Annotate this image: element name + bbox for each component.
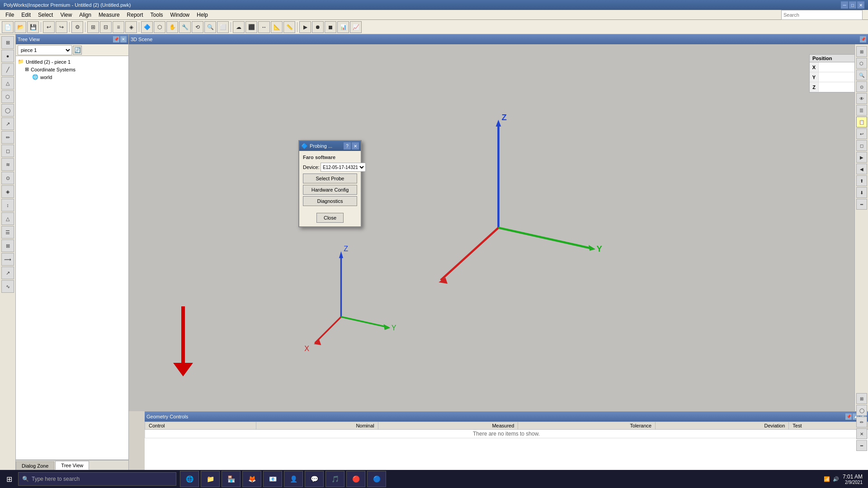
tree-pin-button[interactable]: 📌 bbox=[113, 36, 119, 42]
tool10[interactable]: 🔍 bbox=[204, 21, 216, 33]
menu-file[interactable]: File bbox=[2, 11, 18, 19]
geom-right-icon-2[interactable]: ◯ bbox=[856, 405, 867, 416]
tool4[interactable]: ◈ bbox=[125, 21, 137, 33]
scene-pin-button[interactable]: 📌 bbox=[860, 36, 866, 42]
dialog-help-button[interactable]: ? bbox=[344, 142, 351, 150]
sidebar-icon-12[interactable]: ◈ bbox=[1, 185, 14, 198]
tool9[interactable]: ⟲ bbox=[192, 21, 203, 33]
search-input[interactable] bbox=[781, 10, 863, 20]
tool8[interactable]: 🔧 bbox=[179, 21, 191, 33]
tool16[interactable]: 📏 bbox=[283, 21, 295, 33]
taskbar-clock[interactable]: 7:01 AM 2/9/2021 bbox=[843, 474, 863, 485]
piece-dropdown[interactable]: piece 1 bbox=[18, 45, 72, 55]
sidebar-icon-6[interactable]: ◯ bbox=[1, 104, 14, 117]
taskbar-search[interactable]: 🔍 Type here to search bbox=[18, 472, 176, 486]
tree-close-button[interactable]: ✕ bbox=[120, 36, 127, 42]
taskbar-app-explorer[interactable]: 📁 bbox=[201, 471, 220, 487]
taskbar-app-music[interactable]: 🎵 bbox=[326, 471, 344, 487]
tool11[interactable]: ⬜ bbox=[217, 21, 229, 33]
right-icon-14[interactable]: ━ bbox=[856, 199, 867, 210]
sidebar-icon-14[interactable]: △ bbox=[1, 212, 14, 225]
tool14[interactable]: ↔ bbox=[258, 21, 270, 33]
taskbar-app-store[interactable]: 🏪 bbox=[222, 471, 241, 487]
geom-right-icon-5[interactable]: ━ bbox=[856, 440, 867, 451]
sidebar-icon-11[interactable]: ⊙ bbox=[1, 172, 14, 184]
sidebar-icon-10[interactable]: ≋ bbox=[1, 158, 14, 171]
dialog-device-select[interactable]: E12-05-17-14321 bbox=[321, 163, 366, 172]
minimize-button[interactable]: ─ bbox=[841, 1, 848, 9]
menu-help[interactable]: Help bbox=[193, 11, 212, 19]
tool7[interactable]: ✋ bbox=[166, 21, 178, 33]
sidebar-icon-1[interactable]: ⊞ bbox=[1, 36, 14, 49]
tool5[interactable]: 🔷 bbox=[141, 21, 153, 33]
tool17[interactable]: ▶ bbox=[299, 21, 311, 33]
tab-dialog-zone[interactable]: Dialog Zone bbox=[16, 461, 54, 470]
taskbar-app-blue[interactable]: 🔵 bbox=[367, 471, 386, 487]
new-button[interactable]: 📄 bbox=[2, 21, 14, 33]
right-icon-12[interactable]: ⬆ bbox=[856, 175, 867, 186]
tool1[interactable]: ⊞ bbox=[87, 21, 99, 33]
tool18[interactable]: ⏺ bbox=[312, 21, 324, 33]
tool6[interactable]: ⬡ bbox=[154, 21, 165, 33]
menu-edit[interactable]: Edit bbox=[18, 11, 34, 19]
right-icon-8[interactable]: ↩ bbox=[856, 128, 867, 139]
settings-button[interactable]: ⚙ bbox=[71, 21, 83, 33]
redo-button[interactable]: ↪ bbox=[56, 21, 67, 33]
diagnostics-button[interactable]: Diagnostics bbox=[303, 196, 357, 206]
sidebar-icon-17[interactable]: ⟿ bbox=[1, 253, 14, 266]
menu-measure[interactable]: Measure bbox=[95, 11, 123, 19]
tool12[interactable]: ☁ bbox=[233, 21, 245, 33]
geom-right-icon-3[interactable]: ✏ bbox=[856, 417, 867, 427]
undo-button[interactable]: ↩ bbox=[43, 21, 55, 33]
taskbar-app-firefox[interactable]: 🦊 bbox=[242, 471, 261, 487]
right-icon-4[interactable]: ⊙ bbox=[856, 81, 867, 92]
right-icon-9[interactable]: ◻ bbox=[856, 140, 867, 151]
menu-align[interactable]: Align bbox=[75, 11, 95, 19]
taskbar-app-red[interactable]: 🔴 bbox=[346, 471, 365, 487]
tool3[interactable]: ≡ bbox=[113, 21, 124, 33]
select-probe-button[interactable]: Select Probe bbox=[303, 174, 357, 183]
right-icon-10[interactable]: ▶ bbox=[856, 152, 867, 163]
open-button[interactable]: 📂 bbox=[14, 21, 26, 33]
tool19[interactable]: ◼ bbox=[325, 21, 336, 33]
network-icon[interactable]: 📶 bbox=[824, 476, 830, 482]
volume-icon[interactable]: 🔊 bbox=[833, 476, 839, 482]
close-button[interactable]: ✕ bbox=[857, 1, 864, 9]
menu-select[interactable]: Select bbox=[34, 11, 57, 19]
hardware-config-button[interactable]: Hardware Config bbox=[303, 185, 357, 195]
sidebar-icon-8[interactable]: ✏ bbox=[1, 131, 14, 144]
right-icon-2[interactable]: ⬡ bbox=[856, 58, 867, 69]
sidebar-icon-9[interactable]: ◻ bbox=[1, 145, 14, 157]
geom-right-icon-1[interactable]: ⊞ bbox=[856, 393, 867, 404]
right-icon-3[interactable]: 🔍 bbox=[856, 70, 867, 80]
geom-right-icon-4[interactable]: ✕ bbox=[856, 428, 867, 439]
dialog-close-button[interactable]: Close bbox=[316, 213, 344, 223]
sidebar-icon-4[interactable]: △ bbox=[1, 77, 14, 89]
right-icon-1[interactable]: ⊞ bbox=[856, 46, 867, 57]
save-button[interactable]: 💾 bbox=[27, 21, 39, 33]
sidebar-icon-16[interactable]: ⊞ bbox=[1, 239, 14, 252]
taskbar-app-teams[interactable]: 💬 bbox=[305, 471, 324, 487]
scene-content[interactable]: Z X Y Z bbox=[129, 44, 868, 411]
taskbar-app-mail[interactable]: 📧 bbox=[263, 471, 282, 487]
sidebar-icon-13[interactable]: ↕ bbox=[1, 199, 14, 211]
maximize-button[interactable]: □ bbox=[849, 1, 856, 9]
tree-item-world[interactable]: 🌐 world bbox=[32, 73, 127, 81]
right-icon-13[interactable]: ⬇ bbox=[856, 187, 867, 198]
sidebar-icon-2[interactable]: ● bbox=[1, 50, 14, 62]
right-icon-7[interactable]: 📋 bbox=[856, 117, 867, 127]
menu-window[interactable]: Window bbox=[167, 11, 193, 19]
sidebar-icon-7[interactable]: ↗ bbox=[1, 117, 14, 130]
tool21[interactable]: 📈 bbox=[350, 21, 362, 33]
sidebar-icon-18[interactable]: ↗ bbox=[1, 267, 14, 279]
sidebar-icon-19[interactable]: ∿ bbox=[1, 280, 14, 293]
start-button[interactable]: ⊞ bbox=[0, 470, 18, 488]
sidebar-icon-3[interactable]: ╱ bbox=[1, 63, 14, 76]
geom-pin-button[interactable]: 📌 bbox=[845, 413, 852, 420]
menu-view[interactable]: View bbox=[57, 11, 75, 19]
menu-tools[interactable]: Tools bbox=[147, 11, 167, 19]
tree-refresh-button[interactable]: 🔄 bbox=[73, 46, 82, 55]
tool2[interactable]: ⊟ bbox=[100, 21, 112, 33]
sidebar-icon-15[interactable]: ☰ bbox=[1, 226, 14, 239]
taskbar-app-people[interactable]: 👤 bbox=[284, 471, 303, 487]
